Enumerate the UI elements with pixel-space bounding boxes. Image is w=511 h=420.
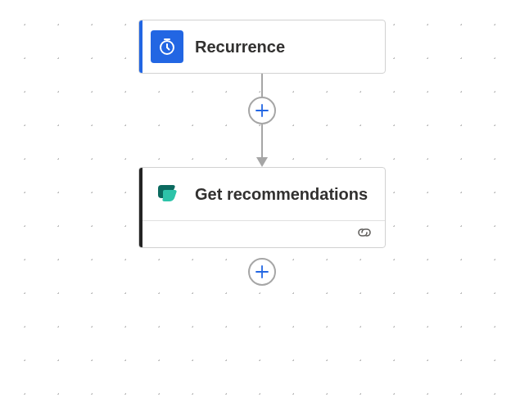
add-step-button[interactable] — [248, 97, 276, 124]
card-title: Recurrence — [195, 36, 285, 57]
flow-container: Recurrence Get recommendations — [98, 20, 426, 297]
plus-icon — [255, 264, 269, 279]
action-card-get-recommendations[interactable]: Get recommendations — [138, 167, 386, 248]
card-accent — [139, 168, 142, 247]
trailing-add — [98, 248, 426, 297]
clock-icon — [151, 30, 183, 63]
connector — [98, 74, 426, 167]
process-advisor-icon — [151, 178, 183, 210]
plus-icon — [255, 103, 269, 118]
card-footer — [139, 220, 385, 247]
add-step-button[interactable] — [248, 258, 276, 286]
arrow-down-icon — [256, 157, 268, 167]
link-icon[interactable] — [355, 226, 373, 242]
card-title: Get recommendations — [195, 183, 368, 205]
card-accent — [139, 20, 142, 73]
trigger-card-recurrence[interactable]: Recurrence — [138, 20, 386, 74]
